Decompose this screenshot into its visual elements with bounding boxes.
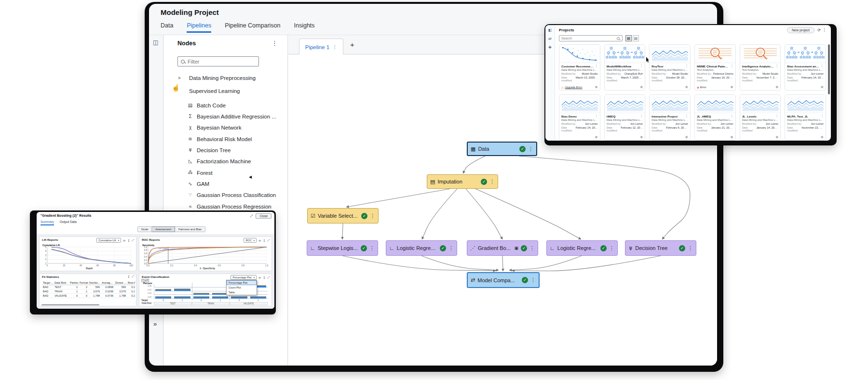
kebab-icon[interactable]: ⋮ <box>685 64 688 68</box>
download-icon[interactable]: ↧ <box>127 239 130 242</box>
pipeline-node[interactable]: ⋔ Decision Tree ✓ ⋮ <box>625 240 696 256</box>
refresh-icon[interactable]: ⟳ <box>123 239 125 242</box>
kebab-icon[interactable]: ⋮ <box>730 114 733 118</box>
kebab-icon[interactable]: ⋮ <box>730 64 733 68</box>
menu-item[interactable]: Table <box>227 290 257 295</box>
kebab-icon[interactable]: ⋮ <box>688 245 693 251</box>
panel-toggle-icon[interactable]: ◫ <box>153 39 158 46</box>
rail-icon-1[interactable]: ◧ <box>548 28 552 32</box>
list-view-button[interactable]: ▤ <box>633 35 639 41</box>
download-icon[interactable]: ↧ <box>263 276 265 279</box>
refresh-icon[interactable]: ⟳ <box>258 239 261 242</box>
project-card[interactable]: JL_Levels ⋮ Data Mining and Machine Lear… <box>740 94 781 141</box>
kebab-icon[interactable]: ⋮ <box>370 213 375 219</box>
kebab-icon[interactable]: ⋮ <box>820 114 824 118</box>
pipeline-node[interactable]: ∟ Stepwise Logis... ✓ ⋮ <box>307 240 378 256</box>
kebab-icon[interactable]: ⋮ <box>369 245 375 251</box>
table-row[interactable]: BADVALIDATE001,7880.07361,7880.27130.09 <box>42 294 135 298</box>
pipeline-node[interactable]: ▤ Imputation ✓ ⋮ <box>427 174 498 189</box>
grid-view-button[interactable]: ▦ <box>625 35 632 41</box>
project-card[interactable]: NBME Clinical Patient Notes (R... ⋮ Text… <box>694 44 736 91</box>
kebab-icon[interactable]: ⋮ <box>332 44 337 50</box>
results-tab[interactable]: Summary <box>41 220 54 225</box>
project-card[interactable]: Customer Recommendation E... ⋮ Data Mini… <box>559 44 600 91</box>
results-tab[interactable]: Output Data <box>60 220 77 225</box>
download-icon[interactable]: ↧ <box>127 275 130 278</box>
refresh-icon[interactable]: ⟳ <box>258 276 261 279</box>
tree-row[interactable]: ∝ Gaussian Process Regression <box>164 201 287 211</box>
kebab-icon[interactable]: ⋮ <box>529 245 535 251</box>
pipeline-node[interactable]: ⇄ Model Compa... ✓ ⋮ <box>467 272 540 288</box>
menu-item[interactable]: Percentage Plot <box>227 280 257 285</box>
kebab-icon[interactable]: ⋮ <box>530 277 536 283</box>
tree-row[interactable]: ▤ Batch Code <box>164 100 287 110</box>
main-tab[interactable]: Pipeline Comparison <box>225 22 280 33</box>
kebab-icon[interactable]: ⋮ <box>640 64 643 68</box>
kebab-icon[interactable]: ⋮ <box>775 64 779 68</box>
collapse-right-icon[interactable]: » <box>153 320 157 328</box>
kebab-icon[interactable]: ⋮ <box>640 114 643 118</box>
rail-icon-3[interactable]: ✚ <box>548 45 552 50</box>
kebab-icon[interactable]: ⋮ <box>595 64 598 68</box>
view-toggle-option[interactable]: Node <box>137 226 152 232</box>
expand-icon[interactable]: ⤢ <box>250 214 253 218</box>
project-card[interactable]: Bias Assessment and Mitigation ⋮ Data Mi… <box>785 44 826 91</box>
kebab-icon[interactable]: ⋮ <box>595 114 598 118</box>
kebab-icon[interactable]: ⋮ <box>528 146 533 152</box>
tree-row[interactable]: ◺ Factorization Machine <box>164 156 287 166</box>
project-card[interactable]: Intelligence Analytics (Read-O... ⋮ Text… <box>740 44 781 91</box>
expand-icon[interactable]: ⤢ <box>132 275 134 278</box>
search-input[interactable] <box>561 37 614 40</box>
refresh-icon[interactable]: ⟳ <box>817 28 821 32</box>
new-project-button[interactable]: New project <box>787 27 814 33</box>
kebab-icon[interactable]: ⋮ <box>609 245 614 251</box>
tree-row[interactable]: χ Bayesian Network <box>164 122 287 132</box>
kebab-icon[interactable]: ⋮ <box>489 179 495 185</box>
expand-icon[interactable]: ⤢ <box>132 239 134 242</box>
pipeline-node[interactable]: ⋰ Gradient Bo... ▣ ✓ ⋮ <box>467 240 538 256</box>
tree-row[interactable]: > Data Mining Preprocessing <box>164 73 287 83</box>
main-tab[interactable]: Data <box>161 22 173 33</box>
tree-row[interactable]: ⁂ Forest <box>164 168 287 178</box>
tree-row[interactable]: ∿ GAM <box>164 179 287 189</box>
tree-row[interactable]: Supervised Learning <box>164 86 287 96</box>
table-row[interactable]: BADTRAIN113,5760.02953,5760.17790.02 <box>42 289 135 294</box>
kebab-icon[interactable]: ⋮ <box>820 64 824 68</box>
status-badge[interactable]: ⚠ Upgrade Error <box>561 86 582 89</box>
pipeline-node[interactable]: ☑ Variable Select... ✓ ⋮ <box>307 208 379 223</box>
kebab-icon[interactable]: ⋮ <box>822 27 827 32</box>
vertical-scrollbar[interactable] <box>828 44 830 94</box>
close-button[interactable]: Close <box>256 213 271 219</box>
project-card[interactable]: HMEQ ⋮ Data Mining and Machine Learning … <box>604 94 646 141</box>
kebab-icon[interactable]: ⋮ <box>685 114 688 118</box>
tree-row[interactable]: ∵ Gaussian Process Classification <box>164 190 287 200</box>
plus-icon[interactable]: + <box>350 40 354 49</box>
roc-dropdown[interactable]: ROC▾ <box>244 238 257 243</box>
rail-icon-2[interactable]: ⇄ <box>548 37 552 41</box>
lift-dropdown[interactable]: Cumulative Lift▾ <box>96 238 121 243</box>
project-card[interactable]: RoyTest ⋮ Data Mining and Machine Learni… <box>649 44 691 91</box>
pipeline-node[interactable]: ∟ Logistic Regre... ✓ ⋮ <box>386 240 457 256</box>
pipeline-node[interactable]: ▦ Data ✓ ⋮ <box>467 142 537 156</box>
tree-row[interactable]: Σ Bayesian Additive Regression ... <box>164 111 287 121</box>
tab-pipeline-1[interactable]: Pipeline 1 ⋮ <box>299 39 343 55</box>
expand-icon[interactable]: ⤢ <box>267 276 270 279</box>
view-toggle-option[interactable]: Fairness and Bias <box>175 226 205 232</box>
download-icon[interactable]: ↧ <box>263 239 265 242</box>
tree-row[interactable]: ≋ Behavioral Risk Model <box>164 134 287 144</box>
main-tab[interactable]: Pipelines <box>187 22 211 33</box>
project-card[interactable]: MLPA_Test_JL ⋮ Data Mining and Machine L… <box>785 94 826 141</box>
pipeline-node[interactable]: ∟ Logistic Regre... ✓ ⋮ <box>546 240 618 256</box>
project-card[interactable]: JL_HMEQ ⋮ Data Mining and Machine Learni… <box>694 94 736 141</box>
status-badge[interactable]: ⊗ Error <box>697 86 706 89</box>
project-card[interactable]: ModelWWorkflow ⋮ Data Mining and Machine… <box>604 44 646 91</box>
horizontal-scrollbar[interactable] <box>41 304 99 306</box>
plot-type-dropdown[interactable]: Percentage Plot▾ <box>231 275 257 280</box>
tree-row[interactable]: ⋔ Decision Tree <box>164 145 287 155</box>
kebab-icon[interactable]: ⋮ <box>448 245 454 251</box>
expand-icon[interactable]: ⤢ <box>267 239 270 242</box>
main-tab[interactable]: Insights <box>294 22 314 33</box>
chevron-left-icon[interactable]: ◀ <box>249 175 252 179</box>
project-card[interactable]: Bias Demo ⋮ Data Mining and Machine Lear… <box>559 94 600 141</box>
view-toggle-option[interactable]: Assessment <box>152 226 175 232</box>
